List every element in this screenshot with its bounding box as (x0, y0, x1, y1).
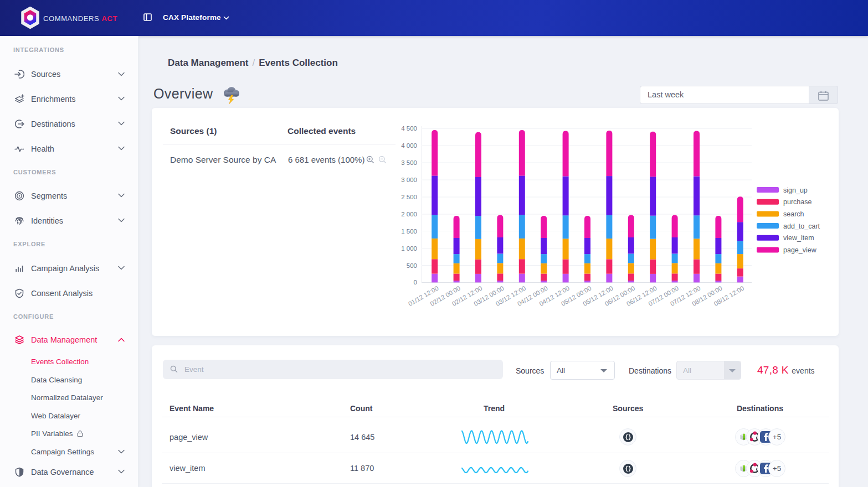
svg-text:4 500: 4 500 (401, 125, 417, 132)
svg-text:0: 0 (414, 279, 417, 286)
svg-text:3 500: 3 500 (401, 159, 417, 166)
svg-text:4 000: 4 000 (401, 142, 417, 149)
svg-text:add_to_cart: add_to_cart (783, 222, 820, 230)
svg-text:1 500: 1 500 (401, 228, 417, 235)
svg-text:500: 500 (407, 262, 417, 269)
svg-text:view_item: view_item (783, 234, 814, 242)
svg-text:2 500: 2 500 (401, 194, 417, 200)
svg-text:2 000: 2 000 (401, 211, 417, 217)
svg-text:purchase: purchase (783, 198, 811, 206)
svg-text:1 000: 1 000 (401, 245, 417, 252)
svg-text:search: search (783, 210, 804, 218)
svg-text:3 000: 3 000 (401, 177, 417, 183)
svg-text:sign_up: sign_up (783, 186, 808, 194)
svg-text:page_view: page_view (783, 246, 817, 254)
